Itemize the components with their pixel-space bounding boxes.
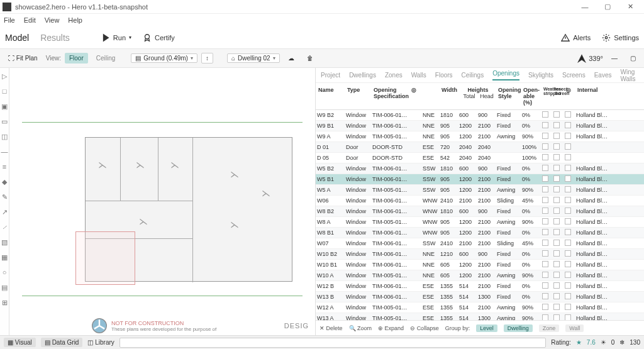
- level-refresh-button[interactable]: ↕: [201, 53, 213, 64]
- table-row[interactable]: W10 B2WindowTIM-006-01 WNNE1210600900Fix…: [316, 249, 644, 260]
- checkbox[interactable]: [553, 250, 560, 257]
- level-dropdown[interactable]: ▤ Ground (0.49m) ▾: [131, 53, 197, 63]
- checkbox[interactable]: [553, 133, 560, 139]
- col-internal[interactable]: Internal: [576, 86, 611, 107]
- fit-plan-button[interactable]: ⛶ Fit Plan: [4, 53, 42, 64]
- checkbox[interactable]: [565, 208, 571, 214]
- checkbox[interactable]: [542, 304, 548, 310]
- menu-view[interactable]: View: [45, 16, 60, 24]
- checkbox[interactable]: [553, 122, 560, 128]
- checkbox[interactable]: [542, 197, 548, 203]
- cloud-icon[interactable]: ☁: [284, 53, 299, 64]
- table-row[interactable]: W5 B2WindowTIM-006-01 WSSW1810600900Fixe…: [316, 163, 644, 174]
- checkbox[interactable]: [565, 154, 571, 160]
- col-cover-icon[interactable]: ◎: [565, 86, 576, 107]
- settings-button[interactable]: Settings: [602, 33, 639, 42]
- tool-d-icon[interactable]: ⊞: [0, 298, 9, 307]
- checkbox[interactable]: [565, 186, 571, 192]
- table-row[interactable]: W8 AWindowTIM-005-01 WWNW90512002100Awni…: [316, 217, 644, 228]
- checkbox[interactable]: [565, 250, 571, 257]
- foot-zoom[interactable]: 🔍 Zoom: [349, 325, 372, 331]
- checkbox[interactable]: [565, 111, 571, 118]
- checkbox[interactable]: [565, 314, 571, 320]
- table-row[interactable]: W8 B1WindowTIM-006-01 WWNW90512002100Fix…: [316, 228, 644, 238]
- table-row[interactable]: W12 BWindowTIM-006-01 WESE13555142100Fix…: [316, 281, 644, 292]
- checkbox[interactable]: [553, 111, 560, 118]
- checkbox[interactable]: [542, 154, 548, 160]
- col-spec[interactable]: Opening Specification: [372, 86, 410, 107]
- col-width[interactable]: Width: [440, 86, 459, 107]
- checkbox[interactable]: [565, 293, 571, 299]
- toolbar-min-icon[interactable]: —: [607, 53, 622, 64]
- checkbox[interactable]: [565, 175, 571, 182]
- foot-collapse[interactable]: ⊖ Collapse: [410, 325, 439, 331]
- checkbox[interactable]: [542, 272, 548, 278]
- plan-canvas[interactable]: ⋋ ⋋ ⋋ ⋋ ⋋ ⋋ ⋋ NOT FOR CONSTRUCTION These: [9, 68, 315, 335]
- box2-tool-icon[interactable]: ▣: [0, 102, 9, 111]
- checkbox[interactable]: [542, 143, 548, 150]
- checkbox[interactable]: [565, 261, 571, 267]
- col-insect-screen[interactable]: Insect Screen: [553, 86, 565, 107]
- checkbox[interactable]: [542, 261, 548, 267]
- table-row[interactable]: W8 B2WindowTIM-006-01 WWNW1810600900Fixe…: [316, 206, 644, 217]
- table-row[interactable]: W5 AWindowTIM-005-01 WSSW90512002100Awni…: [316, 185, 644, 196]
- grp-level[interactable]: Level: [476, 324, 497, 332]
- ptab-project[interactable]: Project: [321, 72, 340, 79]
- col-opening-style[interactable]: Opening Style: [497, 86, 522, 107]
- table-row[interactable]: W06WindowTIM-006-01 WWNW241021002100Slid…: [316, 196, 644, 206]
- pencil-tool-icon[interactable]: ✎: [0, 192, 9, 201]
- checkbox[interactable]: [542, 293, 548, 299]
- col-type[interactable]: Type: [346, 86, 372, 107]
- table-row[interactable]: W13 AWindowTIM-005-01 WESE13555141300Awn…: [316, 313, 644, 320]
- draw-tool-icon[interactable]: ▭: [0, 117, 9, 126]
- ptab-zones[interactable]: Zones: [385, 72, 402, 79]
- tool-c-icon[interactable]: ▤: [0, 283, 9, 292]
- checkbox[interactable]: [565, 304, 571, 310]
- minimize-button[interactable]: —: [574, 3, 596, 11]
- grp-wall[interactable]: Wall: [565, 324, 584, 332]
- maximize-button[interactable]: ▢: [596, 3, 619, 11]
- checkbox[interactable]: [553, 197, 560, 203]
- checkbox[interactable]: [553, 272, 560, 278]
- tool-b-icon[interactable]: ▦: [0, 253, 9, 262]
- checkbox[interactable]: [542, 240, 548, 246]
- table-row[interactable]: D 05DoorDOOR-STDESE54220402040100%: [316, 153, 644, 163]
- col-orient[interactable]: [423, 86, 440, 107]
- checkbox[interactable]: [542, 133, 548, 139]
- ptab-screens[interactable]: Screens: [562, 72, 586, 79]
- col-weatherstripped[interactable]: Weather- stripped: [542, 86, 553, 107]
- checkbox[interactable]: [565, 143, 571, 150]
- toolbar-expand-icon[interactable]: ▢: [626, 53, 640, 64]
- checkbox[interactable]: [565, 197, 571, 203]
- table-row[interactable]: W9 AWindowTIM-005-01 WNNE90512002100Awni…: [316, 131, 644, 142]
- checkbox[interactable]: [553, 218, 560, 224]
- ptab-dwellings[interactable]: Dwellings: [349, 72, 376, 79]
- checkbox[interactable]: [542, 186, 548, 192]
- ptab-floors[interactable]: Floors: [435, 72, 453, 79]
- status-library-button[interactable]: ◫ Library: [87, 339, 114, 346]
- checkbox[interactable]: [542, 122, 548, 128]
- ptab-wingwalls[interactable]: Wing Walls: [620, 69, 635, 82]
- alerts-button[interactable]: Alerts: [561, 33, 591, 42]
- checkbox[interactable]: [542, 250, 548, 257]
- foot-expand[interactable]: ⊕ Expand: [378, 325, 404, 331]
- checkbox[interactable]: [553, 229, 560, 235]
- checkbox[interactable]: [542, 314, 548, 320]
- checkbox[interactable]: [565, 122, 571, 128]
- checkbox[interactable]: [542, 229, 548, 235]
- checkbox[interactable]: [553, 208, 560, 214]
- status-visual-button[interactable]: ▦ Visual: [4, 338, 36, 347]
- col-orient-icon[interactable]: ◎: [410, 86, 423, 107]
- checkbox[interactable]: [565, 133, 571, 139]
- checkbox[interactable]: [553, 314, 560, 320]
- ptab-ceilings[interactable]: Ceilings: [462, 72, 484, 79]
- table-row[interactable]: W12 AWindowTIM-005-01 WESE13555142100Awn…: [316, 302, 644, 313]
- checkbox[interactable]: [542, 208, 548, 214]
- table-row[interactable]: W07WindowTIM-006-01 WSSW241021002100Slid…: [316, 238, 644, 249]
- line-tool-icon[interactable]: —: [0, 147, 9, 156]
- table-row[interactable]: W9 B1WindowTIM-006-01 WNNE90512002100Fix…: [316, 121, 644, 131]
- table-row[interactable]: W13 BWindowTIM-006-01 WESE13555141300Fix…: [316, 292, 644, 302]
- delete-icon[interactable]: 🗑: [303, 53, 318, 64]
- ptab-openings[interactable]: Openings: [492, 70, 519, 80]
- view-floor-button[interactable]: Floor: [65, 53, 88, 64]
